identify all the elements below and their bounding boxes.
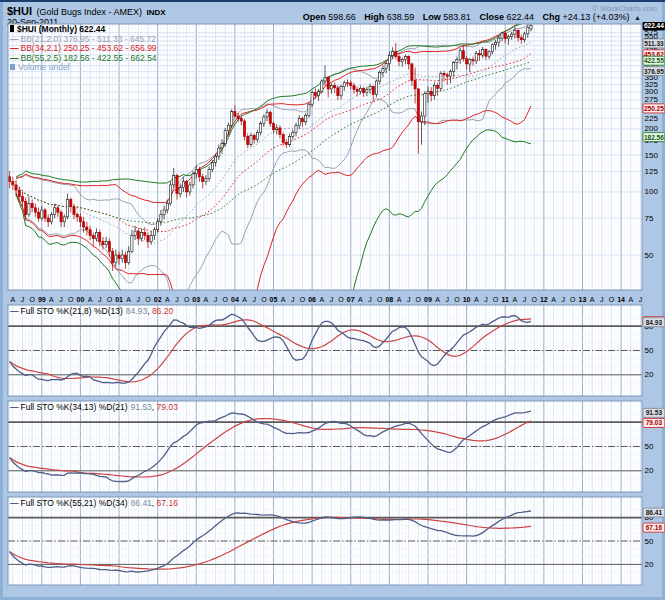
svg-text:150: 150 xyxy=(645,151,659,160)
svg-text:J: J xyxy=(98,296,102,303)
svg-text:O: O xyxy=(609,296,615,303)
high-value: 638.59 xyxy=(387,12,415,22)
svg-text:03: 03 xyxy=(192,296,200,303)
svg-text:A: A xyxy=(204,296,209,303)
svg-text:O: O xyxy=(416,296,422,303)
symbol-line: $HUI (Gold Bugs Index - AMEX) INDX xyxy=(7,5,166,17)
svg-text:07: 07 xyxy=(347,296,355,303)
svg-text:A: A xyxy=(397,296,402,303)
svg-text:J: J xyxy=(561,296,565,303)
svg-text:O: O xyxy=(493,296,499,303)
svg-text:79.03: 79.03 xyxy=(646,419,663,426)
svg-text:A: A xyxy=(49,296,54,303)
main-chart-legend: $HUI (Monthly) 622.44 —BB(21,2.0) 376.95… xyxy=(10,25,157,73)
svg-text:91.53: 91.53 xyxy=(646,409,663,416)
svg-text:A: A xyxy=(10,296,15,303)
svg-text:00: 00 xyxy=(77,296,85,303)
stoch3-label: Full STO %K(55,21) %D(34) xyxy=(21,498,128,508)
svg-text:A: A xyxy=(551,296,556,303)
svg-text:A: A xyxy=(435,296,440,303)
svg-text:A: A xyxy=(513,296,518,303)
svg-text:20: 20 xyxy=(645,370,654,379)
svg-text:O: O xyxy=(107,296,113,303)
bb21-label: BB(21,2.0) 376.95 - 511.33 - 645.72 xyxy=(21,34,156,44)
bb34-label: BB(34,2.1) 250.25 - 453.62 - 656.99 xyxy=(21,43,157,53)
svg-text:O: O xyxy=(300,296,306,303)
svg-text:A: A xyxy=(281,296,286,303)
svg-text:14: 14 xyxy=(617,296,625,303)
close-label: Close xyxy=(479,12,504,22)
svg-text:02: 02 xyxy=(154,296,162,303)
stockcharts-chart-window: $HUI (Gold Bugs Index - AMEX) INDX 20-Se… xyxy=(0,0,665,600)
svg-text:A: A xyxy=(165,296,170,303)
svg-text:J: J xyxy=(291,296,295,303)
symbol: $HUI xyxy=(7,5,32,17)
svg-text:06: 06 xyxy=(308,296,316,303)
svg-text:J: J xyxy=(484,296,488,303)
stoch2-label: Full STO %K(34,13) %D(21) xyxy=(21,402,128,412)
svg-text:J: J xyxy=(446,296,450,303)
svg-text:O: O xyxy=(68,296,74,303)
svg-text:622.44: 622.44 xyxy=(644,22,664,29)
legend-symbol-label: $HUI (Monthly) 622.44 xyxy=(17,24,105,34)
svg-text:99: 99 xyxy=(38,296,46,303)
chg-value: +24.13 (+4.03%) xyxy=(562,12,629,22)
bb55-line-icon: — xyxy=(10,53,19,63)
svg-text:04: 04 xyxy=(231,296,239,303)
stoch2-comma: , xyxy=(152,402,154,412)
svg-text:13: 13 xyxy=(579,296,587,303)
stoch2-d-value: 79.03 xyxy=(157,402,178,412)
svg-text:O: O xyxy=(261,296,267,303)
svg-text:J: J xyxy=(175,296,179,303)
svg-text:08: 08 xyxy=(385,296,393,303)
svg-text:O: O xyxy=(570,296,576,303)
open-label: Open xyxy=(303,12,326,22)
svg-text:J: J xyxy=(214,296,218,303)
svg-text:J: J xyxy=(600,296,604,303)
stoch1-label: Full STO %K(21,8) %D(13) xyxy=(21,306,123,316)
svg-text:84.93: 84.93 xyxy=(646,319,663,326)
symbol-description: (Gold Bugs Index - AMEX) xyxy=(37,7,143,17)
svg-text:J: J xyxy=(252,296,256,303)
svg-text:75: 75 xyxy=(645,214,654,223)
stoch3-legend: —Full STO %K(55,21) %D(34)86.41, 67.16 xyxy=(10,498,178,508)
svg-text:J: J xyxy=(368,296,372,303)
svg-text:422.55: 422.55 xyxy=(644,57,664,64)
quote-line: Open 598.66 High 638.59 Low 583.81 Close… xyxy=(297,12,641,22)
svg-text:A: A xyxy=(88,296,93,303)
stoch2-legend: —Full STO %K(34,13) %D(21)91.53, 79.03 xyxy=(10,402,178,412)
svg-text:O: O xyxy=(377,296,383,303)
high-label: High xyxy=(364,12,384,22)
svg-text:A: A xyxy=(590,296,595,303)
svg-text:J: J xyxy=(639,296,643,303)
svg-text:O: O xyxy=(29,296,35,303)
svg-text:O: O xyxy=(145,296,151,303)
svg-text:125: 125 xyxy=(645,167,659,176)
stoch3-comma: , xyxy=(152,498,154,508)
exchange-tag: INDX xyxy=(147,8,166,17)
stoch1-d-value: 86.20 xyxy=(152,306,173,316)
svg-text:10: 10 xyxy=(463,296,471,303)
bb34-line-icon: — xyxy=(10,43,19,53)
svg-text:225: 225 xyxy=(645,114,659,123)
svg-text:O: O xyxy=(531,296,537,303)
svg-text:50: 50 xyxy=(645,346,654,355)
chg-label: Chg xyxy=(542,12,560,22)
svg-text:86.41: 86.41 xyxy=(646,509,663,516)
svg-text:50: 50 xyxy=(645,442,654,451)
svg-text:J: J xyxy=(59,296,63,303)
bb21-line-icon: — xyxy=(10,34,19,44)
svg-text:J: J xyxy=(523,296,527,303)
svg-text:50: 50 xyxy=(645,251,654,260)
stoch1-legend: —Full STO %K(21,8) %D(13)84.93, 86.20 xyxy=(10,306,173,316)
volume-label: Volume undef xyxy=(18,62,70,72)
stoch1-line-icon: — xyxy=(10,306,19,316)
svg-text:20: 20 xyxy=(645,466,654,475)
svg-text:100: 100 xyxy=(645,187,659,196)
svg-text:67.16: 67.16 xyxy=(646,524,663,531)
stoch2-line-icon: — xyxy=(10,402,19,412)
stoch3-line-icon: — xyxy=(10,498,19,508)
svg-text:A: A xyxy=(628,296,633,303)
svg-text:J: J xyxy=(21,296,25,303)
svg-text:01: 01 xyxy=(115,296,123,303)
